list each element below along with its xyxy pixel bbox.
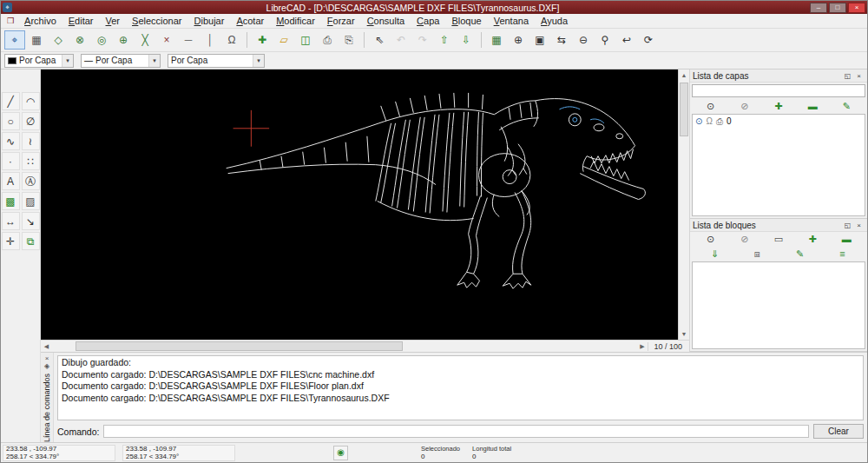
draw-order-bottom-button[interactable]: ⇩ (456, 30, 477, 50)
snap-on-entity-button[interactable]: ⊗ (69, 30, 90, 50)
menu-acotar[interactable]: Acotar (230, 15, 270, 27)
tool-line-button[interactable]: ╱ (2, 92, 20, 110)
scroll-up-icon[interactable]: ▲ (679, 69, 690, 81)
clear-button[interactable]: Clear (813, 424, 864, 439)
tool-polyline-button[interactable]: ≀ (22, 132, 40, 150)
zoom-window-button[interactable]: ▣ (529, 30, 550, 50)
vertical-scrollbar-track[interactable] (679, 81, 689, 328)
remove-block-button[interactable]: ▬ (838, 233, 854, 247)
menu-ventana[interactable]: Ventana (488, 15, 535, 27)
tool-insert-block-button[interactable]: ⧉ (22, 232, 40, 250)
show-all-blocks-button[interactable]: ⊙ (703, 233, 719, 247)
tool-points-button[interactable]: ∷ (22, 152, 40, 170)
horizontal-scrollbar[interactable]: ◀ ▶ 10 / 100 (41, 340, 689, 352)
layer-filter-input[interactable] (692, 84, 865, 97)
layer-row[interactable]: ⊙ Ω ⎙ 0 (693, 115, 865, 128)
tool-text-button[interactable]: A (2, 172, 20, 190)
layer-print-icon[interactable]: ⎙ (716, 116, 723, 127)
zoom-in-button[interactable]: ⊕ (508, 30, 529, 50)
show-all-layers-button[interactable]: ⊙ (703, 100, 719, 114)
remove-layer-button[interactable]: ▬ (805, 100, 820, 114)
close-button[interactable]: × (848, 3, 865, 13)
edit-layer-button[interactable]: ✎ (838, 100, 854, 114)
add-layer-button[interactable]: ✚ (771, 100, 786, 114)
draw-order-top-button[interactable]: ⇧ (434, 30, 455, 50)
scroll-down-icon[interactable]: ▼ (679, 328, 690, 340)
snap-free-button[interactable]: ⌖ (4, 30, 25, 50)
dock-pin-icon[interactable]: ◈ (44, 362, 49, 370)
tool-arc-button[interactable]: ◠ (22, 92, 40, 110)
pen-color-dropdown[interactable]: Por Capa ▾ (4, 54, 74, 68)
horizontal-scrollbar-thumb[interactable] (76, 341, 403, 351)
layers-close-button[interactable]: × (853, 72, 865, 80)
restrict-horizontal-button[interactable]: ─ (178, 30, 199, 50)
snap-intersection-button[interactable]: ╳ (135, 30, 155, 50)
layer-list[interactable]: ⊙ Ω ⎙ 0 (692, 114, 865, 216)
block-panel-header[interactable]: Lista de bloques ◱ × (690, 219, 867, 232)
tool-spline-button[interactable]: ∿ (2, 132, 20, 150)
menu-seleccionar[interactable]: Seleccionar (126, 15, 187, 27)
tool-ellipse-button[interactable]: ∅ (22, 112, 40, 130)
tool-circle-button[interactable]: ○ (2, 112, 20, 130)
menu-consulta[interactable]: Consulta (361, 15, 411, 27)
snap-middle-button[interactable]: ⊕ (113, 30, 134, 50)
tool-image-button[interactable]: ▨ (22, 192, 40, 210)
minimize-button[interactable]: – (810, 3, 827, 13)
layer-panel-header[interactable]: Lista de capas ◱ × (690, 69, 867, 83)
hide-all-layers-button[interactable]: ⊘ (737, 100, 753, 114)
scroll-right-icon[interactable]: ▶ (636, 341, 648, 352)
snap-center-button[interactable]: ◎ (91, 30, 112, 50)
lock-relative-zero-button[interactable]: Ω (221, 30, 242, 50)
tool-mtext-button[interactable]: Ⓐ (22, 172, 40, 190)
menu-modificar[interactable]: Modificar (270, 15, 321, 27)
new-drawing-button[interactable]: ✚ (252, 30, 273, 50)
layers-undock-button[interactable]: ◱ (842, 72, 853, 80)
save-drawing-button[interactable]: ◫ (295, 30, 316, 50)
menu-ayuda[interactable]: Ayuda (535, 15, 574, 27)
zoom-out-button[interactable]: ⊖ (573, 30, 594, 50)
select-pointer-button[interactable]: ⇖ (369, 30, 390, 50)
tool-point-button[interactable]: ∙ (2, 152, 20, 170)
menu-bloque[interactable]: Bloque (445, 15, 487, 27)
pen-width-dropdown[interactable]: — Por Capa ▾ (81, 54, 161, 68)
maximize-button[interactable]: □ (829, 3, 846, 13)
command-input[interactable] (103, 425, 809, 438)
coordinate-widget-button[interactable]: ◉ (333, 446, 348, 460)
title-bar[interactable]: ⌖ LibreCAD - [D:\DESCARGAS\SAMPLE DXF FI… (1, 1, 867, 14)
insert-block-button[interactable]: ⧈ (750, 248, 766, 261)
redo-button[interactable]: ↷ (412, 30, 433, 50)
menu-archivo[interactable]: Archivo (18, 15, 62, 27)
zoom-pan-button[interactable]: ⇆ (551, 30, 572, 50)
snap-grid-button[interactable]: ▦ (26, 30, 47, 50)
blocks-close-button[interactable]: × (853, 222, 865, 229)
vertical-scrollbar[interactable]: ▲ ▼ (678, 69, 689, 340)
horizontal-scrollbar-track[interactable] (52, 341, 636, 352)
tool-dim-linear-button[interactable]: ↔ (2, 212, 20, 230)
restrict-vertical-button[interactable]: │ (200, 30, 220, 50)
dock-close-button[interactable]: × (45, 354, 49, 362)
zoom-previous-button[interactable]: ↩ (616, 30, 637, 50)
command-history[interactable]: Dibujo guardado:Documento cargado: D:\DE… (57, 355, 864, 420)
print-button[interactable]: ⎙ (317, 30, 338, 50)
blocks-undock-button[interactable]: ◱ (842, 222, 853, 229)
undo-button[interactable]: ↶ (391, 30, 411, 50)
menu-ver[interactable]: Ver (100, 15, 127, 27)
vertical-scrollbar-thumb[interactable] (680, 83, 688, 136)
create-block-button[interactable]: ▭ (771, 233, 786, 247)
tool-hatch-button[interactable]: ▩ (2, 192, 20, 210)
zoom-redraw-button[interactable]: ⟳ (638, 30, 659, 50)
restrict-nothing-button[interactable]: × (156, 30, 177, 50)
drawing-canvas[interactable] (41, 69, 678, 340)
pen-linetype-dropdown[interactable]: Por Capa ▾ (168, 54, 265, 68)
layer-visibility-icon[interactable]: ⊙ (695, 116, 702, 126)
menu-editar[interactable]: Editar (62, 15, 100, 27)
block-list[interactable] (692, 261, 865, 349)
rename-block-button[interactable]: ≡ (835, 248, 851, 261)
tool-move-button[interactable]: ✛ (2, 232, 20, 250)
zoom-auto-button[interactable]: ⚲ (595, 30, 615, 50)
scroll-left-icon[interactable]: ◀ (41, 341, 52, 352)
menu-dibujar[interactable]: Dibujar (188, 15, 231, 27)
tool-dim-leader-button[interactable]: ↘ (22, 212, 40, 230)
menu-forzar[interactable]: Forzar (321, 15, 361, 27)
print-preview-button[interactable]: ⎘ (339, 30, 359, 50)
